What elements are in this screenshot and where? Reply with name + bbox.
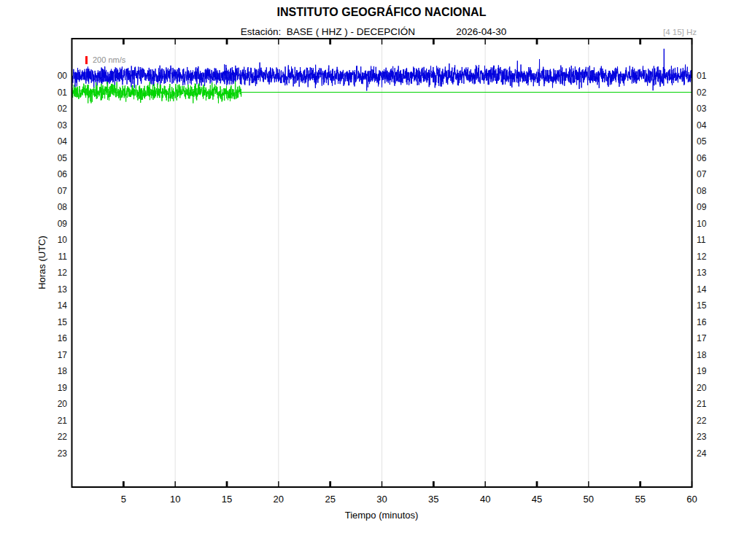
hour-label-left-20: 20 xyxy=(36,398,67,410)
hour-label-left-04: 04 xyxy=(36,136,67,147)
hour-label-left-01: 01 xyxy=(36,87,67,98)
x-tick-label-40: 40 xyxy=(480,494,490,505)
hour-label-left-18: 18 xyxy=(36,365,67,377)
hour-label-left-10: 10 xyxy=(36,234,67,246)
hour-label-left-09: 09 xyxy=(36,218,67,230)
x-tick-label-35: 35 xyxy=(428,494,438,505)
hour-label-left-12: 12 xyxy=(36,267,67,279)
hour-label-left-02: 02 xyxy=(36,103,67,114)
hour-label-right-11: 11 xyxy=(697,234,727,246)
hour-label-right-07: 07 xyxy=(697,168,727,180)
hour-label-left-05: 05 xyxy=(36,152,67,164)
x-tick-label-5: 5 xyxy=(121,494,126,505)
helicorder-plot xyxy=(0,0,747,560)
hour-label-right-14: 14 xyxy=(697,284,727,295)
hour-label-left-16: 16 xyxy=(36,332,67,344)
x-tick-label-45: 45 xyxy=(532,494,542,505)
hour-label-left-22: 22 xyxy=(36,431,67,443)
hour-label-right-23: 23 xyxy=(697,431,727,443)
amplitude-scale-bar-icon xyxy=(85,56,88,64)
hour-label-left-14: 14 xyxy=(36,300,67,311)
hour-label-left-11: 11 xyxy=(36,251,67,262)
x-tick-label-25: 25 xyxy=(325,494,335,505)
hour-label-right-09: 09 xyxy=(697,201,727,213)
x-tick-label-50: 50 xyxy=(584,494,594,505)
hour-label-right-16: 16 xyxy=(697,316,727,328)
hour-label-right-04: 04 xyxy=(697,120,727,131)
x-tick-label-30: 30 xyxy=(376,494,387,505)
hour-label-right-17: 17 xyxy=(697,332,727,344)
x-tick-label-15: 15 xyxy=(222,494,232,505)
hour-label-right-03: 03 xyxy=(697,103,727,114)
hour-label-right-21: 21 xyxy=(697,398,727,410)
hour-label-left-21: 21 xyxy=(36,415,67,427)
hour-label-right-06: 06 xyxy=(697,152,727,164)
hour-label-right-20: 20 xyxy=(697,382,727,394)
hour-label-right-10: 10 xyxy=(697,218,727,230)
hour-label-right-15: 15 xyxy=(697,300,727,311)
hour-label-left-06: 06 xyxy=(36,168,67,180)
hour-label-left-19: 19 xyxy=(36,382,67,394)
hour-label-left-03: 03 xyxy=(36,120,67,131)
hour-label-right-12: 12 xyxy=(697,251,727,262)
hour-label-right-01: 01 xyxy=(697,70,727,82)
x-axis-title: Tiempo (minutos) xyxy=(345,510,419,521)
hour-label-right-22: 22 xyxy=(697,415,727,427)
hour-label-left-00: 00 xyxy=(36,70,67,82)
x-tick-label-55: 55 xyxy=(635,494,645,505)
hour-label-right-13: 13 xyxy=(697,267,727,279)
hour-label-left-08: 08 xyxy=(36,201,67,213)
hour-label-right-18: 18 xyxy=(697,349,727,361)
x-tick-label-10: 10 xyxy=(170,494,180,505)
hour-label-left-07: 07 xyxy=(36,185,67,197)
helicorder-screenshot: INSTITUTO GEOGRÁFICO NACIONAL Estación: … xyxy=(0,0,747,560)
x-tick-label-20: 20 xyxy=(274,494,284,505)
hour-label-right-02: 02 xyxy=(697,87,727,98)
hour-label-left-13: 13 xyxy=(36,284,67,295)
hour-label-right-19: 19 xyxy=(697,365,727,377)
hour-label-left-23: 23 xyxy=(36,448,67,459)
hour-label-left-17: 17 xyxy=(36,349,67,361)
amplitude-scale-label: 200 nm/s xyxy=(93,55,125,64)
x-tick-label-60: 60 xyxy=(686,494,697,505)
hour-label-right-08: 08 xyxy=(697,185,727,197)
hour-label-right-05: 05 xyxy=(697,136,727,147)
hour-label-right-24: 24 xyxy=(697,448,727,459)
hour-label-left-15: 15 xyxy=(36,316,67,328)
